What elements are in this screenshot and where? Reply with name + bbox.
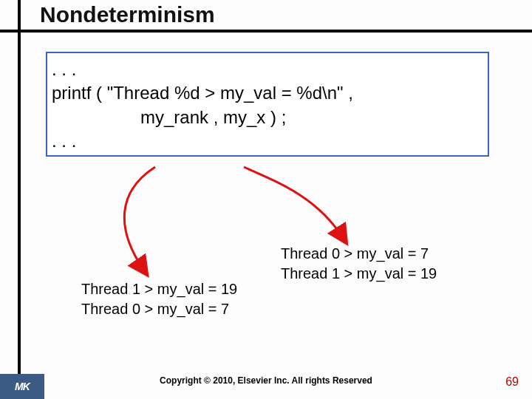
arrow-right — [229, 161, 377, 257]
code-line-4: . . . — [52, 129, 482, 153]
title-underline — [0, 30, 532, 33]
copyright-text: Copyright © 2010, Elsevier Inc. All righ… — [0, 375, 532, 386]
code-line-3: my_rank , my_x ) ; — [52, 106, 482, 129]
output-left: Thread 1 > my_val = 19 Thread 0 > my_val… — [81, 279, 237, 319]
arrow-left — [103, 161, 222, 287]
output-right-line-2: Thread 1 > my_val = 19 — [281, 264, 437, 284]
output-right-line-1: Thread 0 > my_val = 7 — [281, 244, 437, 264]
page-number: 69 — [505, 375, 519, 389]
output-left-line-2: Thread 0 > my_val = 7 — [81, 299, 237, 319]
publisher-logo: MK — [0, 374, 44, 399]
code-line-1: . . . — [52, 58, 482, 81]
output-right: Thread 0 > my_val = 7 Thread 1 > my_val … — [281, 244, 437, 284]
slide-title: Nondeterminism — [40, 2, 215, 27]
code-box: . . . printf ( "Thread %d > my_val = %d\… — [46, 52, 489, 157]
output-left-line-1: Thread 1 > my_val = 19 — [81, 279, 237, 299]
code-line-2: printf ( "Thread %d > my_val = %d\n" , — [52, 81, 482, 105]
vertical-rule — [18, 0, 21, 399]
publisher-logo-text: MK — [15, 381, 30, 392]
